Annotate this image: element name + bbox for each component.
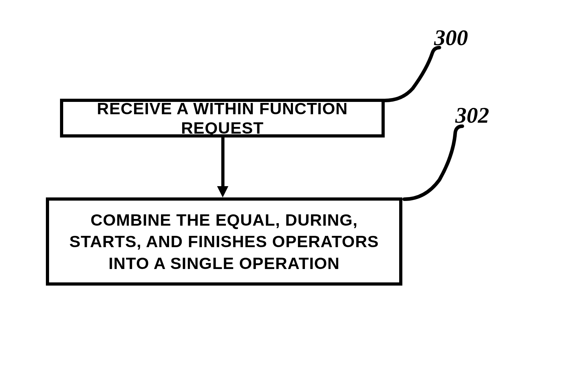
step-2-text: COMBINE THE EQUAL, DURING, STARTS, AND F… bbox=[60, 209, 389, 274]
flowchart-container: RECEIVE A WITHIN FUNCTION REQUEST COMBIN… bbox=[46, 99, 540, 346]
reference-label-300: 300 bbox=[434, 25, 468, 51]
callout-line-300 bbox=[381, 46, 459, 102]
reference-label-302: 302 bbox=[455, 102, 489, 128]
step-1-text: RECEIVE A WITHIN FUNCTION REQUEST bbox=[67, 99, 378, 138]
flow-arrow-line bbox=[221, 138, 224, 189]
flowchart-step-1: RECEIVE A WITHIN FUNCTION REQUEST bbox=[60, 99, 385, 138]
flowchart-step-2: COMBINE THE EQUAL, DURING, STARTS, AND F… bbox=[46, 197, 402, 286]
callout-line-302 bbox=[401, 123, 471, 201]
flow-arrow-head bbox=[217, 186, 228, 197]
